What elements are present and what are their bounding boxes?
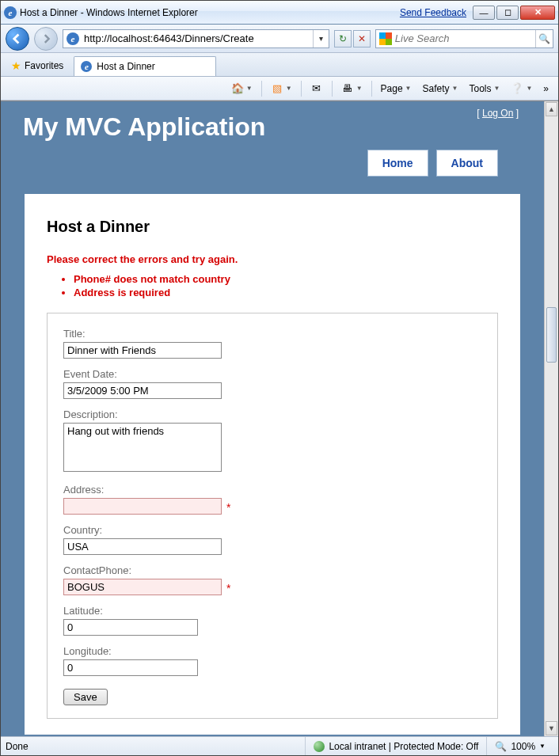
address-input[interactable] xyxy=(63,498,222,515)
security-zone[interactable]: Local intranet | Protected Mode: Off xyxy=(305,737,486,755)
app-title: My MVC Application xyxy=(23,112,522,142)
validation-summary: Please correct the errors and try again.… xyxy=(47,253,498,298)
globe-icon xyxy=(314,741,325,752)
contactphone-input[interactable] xyxy=(63,579,222,595)
app-header: [ Log On ] My MVC Application Home About xyxy=(1,101,544,194)
tab-row: ★ Favorites Host a Dinner xyxy=(1,53,558,77)
back-button[interactable] xyxy=(6,27,29,51)
home-button[interactable]: 🏠▼ xyxy=(226,79,257,98)
contactphone-label: ContactPhone: xyxy=(63,564,481,576)
command-bar: 🏠▼ ▧▼ ✉ 🖶▼ Page▼ Safety▼ Tools▼ ❔▼ » xyxy=(1,77,558,101)
maximize-button[interactable]: ◻ xyxy=(496,6,519,20)
scroll-up-button[interactable]: ▲ xyxy=(546,102,557,116)
country-input[interactable] xyxy=(63,538,222,555)
favorites-button[interactable]: ★ Favorites xyxy=(4,55,70,76)
print-button[interactable]: 🖶▼ xyxy=(337,79,367,98)
navigation-bar: ▾ ↻ ✕ 🔍 xyxy=(1,25,558,53)
zoom-dropdown-icon: ▼ xyxy=(539,743,546,750)
mail-button[interactable]: ✉ xyxy=(306,79,328,98)
address-label: Address: xyxy=(63,484,481,496)
logon-area: [ Log On ] xyxy=(477,108,519,119)
chevron-button[interactable]: » xyxy=(538,80,553,97)
title-label: Title: xyxy=(63,328,481,340)
arrow-right-icon xyxy=(41,34,51,44)
nav-about[interactable]: About xyxy=(436,150,498,177)
page-menu[interactable]: Page▼ xyxy=(376,80,416,97)
chevron-right-icon: » xyxy=(543,83,549,94)
form-fieldset: Title: Event Date: Description: Address:… xyxy=(47,313,498,719)
zoom-value: 100% xyxy=(511,741,535,752)
search-input[interactable] xyxy=(395,32,535,44)
latitude-input[interactable] xyxy=(63,619,198,636)
log-on-link[interactable]: Log On xyxy=(482,108,513,119)
longitude-input[interactable] xyxy=(63,659,198,676)
eventdate-input[interactable] xyxy=(63,382,222,399)
minimize-button[interactable]: — xyxy=(473,6,495,20)
scroll-thumb[interactable] xyxy=(546,307,557,363)
status-bar: Done Local intranet | Protected Mode: Of… xyxy=(1,736,558,755)
close-button[interactable]: ✕ xyxy=(520,6,555,20)
refresh-button[interactable]: ↻ xyxy=(334,30,352,47)
refresh-icon: ↻ xyxy=(339,33,347,44)
nav-home[interactable]: Home xyxy=(367,150,428,177)
arrow-left-icon xyxy=(12,33,23,44)
zone-text: Local intranet | Protected Mode: Off xyxy=(329,741,478,752)
rss-icon: ▧ xyxy=(271,82,283,95)
contactphone-error-star: * xyxy=(226,582,230,595)
tab-icon xyxy=(81,61,92,72)
content-panel: Host a Dinner Please correct the errors … xyxy=(25,194,520,735)
validation-error-item: Phone# does not match country xyxy=(74,273,498,285)
latitude-label: Latitude: xyxy=(63,605,481,617)
window-title: Host a Dinner - Windows Internet Explore… xyxy=(20,7,400,18)
page-heading: Host a Dinner xyxy=(47,218,498,236)
safety-menu[interactable]: Safety▼ xyxy=(418,80,463,97)
address-bar[interactable]: ▾ xyxy=(63,29,329,48)
window-titlebar: Host a Dinner - Windows Internet Explore… xyxy=(1,1,558,25)
scroll-track[interactable] xyxy=(545,117,558,720)
stop-button[interactable]: ✕ xyxy=(353,30,371,47)
print-icon: 🖶 xyxy=(341,82,354,95)
address-error-star: * xyxy=(226,501,230,514)
zoom-control[interactable]: 🔍 100% ▼ xyxy=(486,737,553,755)
validation-error-item: Address is required xyxy=(74,287,498,298)
eventdate-label: Event Date: xyxy=(63,368,481,380)
address-input[interactable] xyxy=(82,32,313,44)
browser-viewport: [ Log On ] My MVC Application Home About… xyxy=(1,101,558,736)
tools-menu[interactable]: Tools▼ xyxy=(464,80,504,97)
browser-tab[interactable]: Host a Dinner xyxy=(74,56,216,76)
mail-icon: ✉ xyxy=(310,82,323,95)
country-label: Country: xyxy=(63,524,481,536)
status-text: Done xyxy=(6,741,305,752)
send-feedback-link[interactable]: Send Feedback xyxy=(400,7,466,18)
feeds-button[interactable]: ▧▼ xyxy=(266,79,297,98)
help-button[interactable]: ❔▼ xyxy=(506,79,537,98)
tab-title: Host a Dinner xyxy=(97,61,154,72)
ie-icon xyxy=(4,6,17,19)
star-icon: ★ xyxy=(11,59,21,72)
validation-summary-message: Please correct the errors and try again. xyxy=(47,253,498,265)
save-button[interactable]: Save xyxy=(63,689,108,705)
home-icon: 🏠 xyxy=(231,82,244,95)
longitude-label: Longitude: xyxy=(63,645,481,657)
stop-icon: ✕ xyxy=(358,33,366,44)
search-button[interactable]: 🔍 xyxy=(535,30,553,47)
page-icon xyxy=(67,32,79,45)
help-icon: ❔ xyxy=(511,82,523,95)
description-label: Description: xyxy=(63,408,481,420)
magnifier-icon: 🔍 xyxy=(495,741,507,752)
magnifier-icon: 🔍 xyxy=(538,33,550,44)
title-input[interactable] xyxy=(63,342,222,359)
vertical-scrollbar[interactable]: ▲ ▼ xyxy=(544,101,558,736)
search-bar[interactable]: 🔍 xyxy=(375,29,553,48)
favorites-label: Favorites xyxy=(25,60,63,71)
forward-button[interactable] xyxy=(34,27,58,51)
scroll-down-button[interactable]: ▼ xyxy=(546,721,557,735)
live-search-icon xyxy=(379,32,392,45)
address-dropdown[interactable]: ▾ xyxy=(313,30,329,47)
description-textarea[interactable] xyxy=(63,423,222,472)
